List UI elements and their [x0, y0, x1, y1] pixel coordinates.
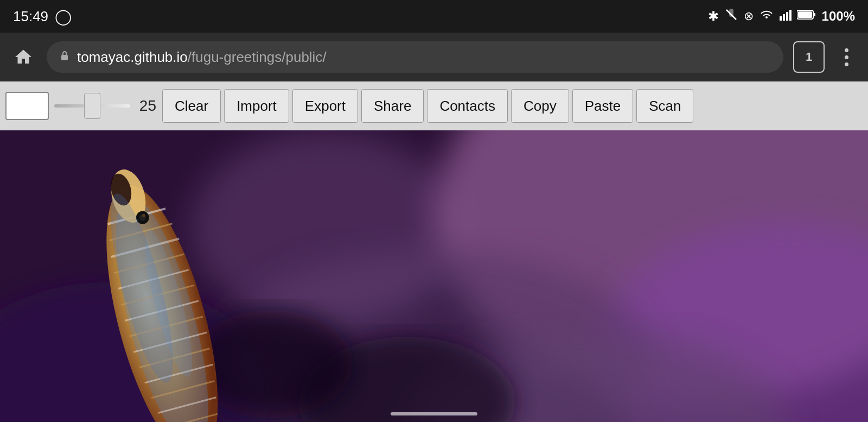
slider-value: 25: [135, 97, 156, 115]
svg-rect-4: [789, 10, 792, 21]
contacts-button[interactable]: Contacts: [427, 89, 508, 123]
scan-button[interactable]: Scan: [636, 89, 693, 123]
time-display: 15:49: [13, 8, 48, 25]
wifi-icon: [759, 9, 774, 24]
brush-size-slider-container: 25: [54, 97, 156, 115]
svg-rect-7: [798, 11, 812, 18]
status-bar-left: 15:49 ◯: [13, 8, 72, 26]
toolbar: 25 Clear Import Export Share Contacts Co…: [0, 81, 868, 130]
menu-button[interactable]: [834, 45, 858, 69]
dnd-icon: ⊗: [744, 9, 754, 23]
svg-rect-8: [61, 55, 68, 60]
battery-icon: [797, 9, 816, 24]
tab-count: 1: [806, 50, 812, 64]
lock-icon: [59, 49, 71, 65]
canvas-background: [0, 130, 868, 422]
tab-count-button[interactable]: 1: [793, 41, 825, 73]
signal-icon: [780, 9, 792, 24]
import-button[interactable]: Import: [224, 89, 289, 123]
slider-track[interactable]: [54, 104, 130, 108]
slider-thumb[interactable]: [84, 93, 100, 119]
svg-rect-3: [786, 12, 788, 21]
svg-point-14: [190, 130, 461, 326]
paste-button[interactable]: Paste: [572, 89, 634, 123]
address-path: /fugu-greetings/public/: [188, 49, 327, 65]
color-swatch[interactable]: [5, 92, 49, 120]
status-bar-right: ✱ ⊗: [708, 8, 855, 25]
fish-image: [0, 130, 868, 422]
svg-rect-1: [780, 16, 782, 21]
browser-icon: ◯: [55, 8, 72, 26]
nav-bar: [0, 406, 868, 422]
bluetooth-icon: ✱: [708, 9, 719, 24]
address-domain: tomayac.github.io: [77, 49, 188, 65]
clear-button[interactable]: Clear: [162, 89, 221, 123]
menu-dot-1: [845, 48, 848, 52]
address-bar-row: tomayac.github.io/fugu-greetings/public/…: [0, 33, 868, 81]
home-button[interactable]: [10, 43, 37, 71]
mute-icon: [724, 8, 738, 25]
menu-dot-3: [845, 62, 848, 66]
battery-percent: 100%: [822, 9, 855, 24]
menu-dot-2: [845, 55, 848, 59]
canvas-area[interactable]: [0, 130, 868, 422]
svg-rect-6: [813, 13, 815, 16]
share-button[interactable]: Share: [361, 89, 424, 123]
address-text: tomayac.github.io/fugu-greetings/public/: [77, 49, 327, 66]
address-bar[interactable]: tomayac.github.io/fugu-greetings/public/: [47, 41, 783, 73]
status-bar: 15:49 ◯ ✱ ⊗: [0, 0, 868, 33]
svg-rect-2: [783, 14, 785, 21]
copy-button[interactable]: Copy: [511, 89, 569, 123]
export-button[interactable]: Export: [292, 89, 358, 123]
nav-indicator: [391, 412, 477, 415]
